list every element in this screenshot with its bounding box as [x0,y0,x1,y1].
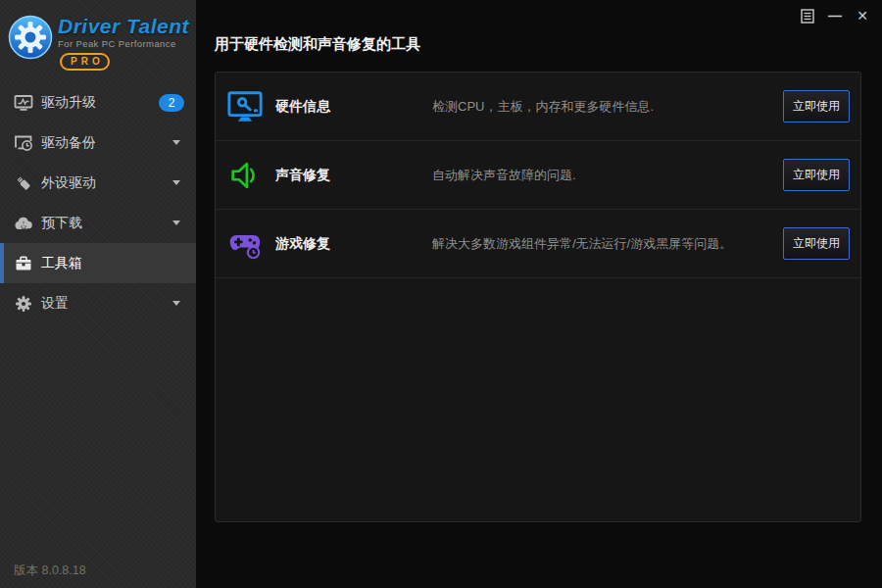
chevron-down-icon [172,140,180,145]
tool-name: 声音修复 [275,167,432,184]
tool-description: 解决大多数游戏组件异常/无法运行/游戏黑屏等问题。 [432,235,783,253]
monitor-clock-icon [14,133,33,153]
usb-drive-icon [14,173,33,193]
pro-badge: PRO [60,53,110,71]
hardware-info-icon [226,88,264,125]
sidebar-item-toolbox[interactable]: 工具箱 [0,243,196,283]
chevron-down-icon [172,220,180,225]
logo-text: Driver Talent For Peak PC Performance PR… [58,16,189,71]
sidebar-item-driver-update[interactable]: 驱动升级 2 [0,82,196,122]
toolbox-icon [14,254,33,273]
version-label: 版本 8.0.8.18 [14,563,86,579]
tool-row-game-repair: 游戏修复 解决大多数游戏组件异常/无法运行/游戏黑屏等问题。 立即使用 [216,210,860,278]
logo-subtitle: For Peak PC Performance [58,38,189,49]
window-controls: — ✕ [788,8,870,24]
minimize-button[interactable]: — [827,8,843,24]
sidebar-item-driver-backup[interactable]: 驱动备份 [0,122,196,163]
use-now-button-hardware-info[interactable]: 立即使用 [783,90,850,122]
gear-icon [14,294,33,314]
sidebar-item-label: 工具箱 [41,255,82,272]
sound-repair-icon [226,157,264,194]
use-now-button-game-repair[interactable]: 立即使用 [783,227,850,260]
chevron-down-icon [172,180,180,185]
sidebar-item-label: 驱动备份 [41,134,96,152]
game-repair-icon [226,225,264,263]
page-title: 用于硬件检测和声音修复的工具 [215,35,420,54]
tool-name: 硬件信息 [275,98,432,116]
sidebar-item-label: 外设驱动 [41,174,96,192]
tool-name: 游戏修复 [275,235,432,253]
use-now-button-sound-repair[interactable]: 立即使用 [783,159,850,191]
close-button[interactable]: ✕ [855,8,870,24]
sidebar: Driver Talent For Peak PC Performance PR… [0,0,196,588]
tool-row-hardware-info: 硬件信息 检测CPU，主板，内存和更多硬件信息. 立即使用 [216,73,860,141]
tool-description: 自动解决声音故障的问题. [432,167,783,184]
sidebar-menu: 驱动升级 2 驱动备份 [0,82,196,323]
chevron-down-icon [172,301,180,306]
sidebar-item-label: 驱动升级 [41,94,96,112]
sidebar-item-predownload[interactable]: 预下载 [0,203,196,243]
sidebar-item-settings[interactable]: 设置 [0,283,196,323]
monitor-pulse-icon [14,93,33,113]
tool-description: 检测CPU，主板，内存和更多硬件信息. [432,98,783,116]
menu-icon[interactable] [800,8,815,24]
tool-row-sound-repair: 声音修复 自动解决声音故障的问题. 立即使用 [216,141,860,210]
app-logo: Driver Talent For Peak PC Performance PR… [0,0,196,82]
sidebar-item-label: 设置 [41,295,69,313]
logo-title: Driver Talent [58,16,189,37]
sidebar-item-peripheral-drivers[interactable]: 外设驱动 [0,163,196,203]
update-count-badge: 2 [159,94,184,112]
logo-gear-icon [7,14,54,61]
toolbox-panel: 硬件信息 检测CPU，主板，内存和更多硬件信息. 立即使用 声音修复 自动解决声… [215,72,861,522]
cloud-download-icon [14,214,33,233]
sidebar-item-label: 预下载 [41,215,82,232]
main-area: — ✕ 用于硬件检测和声音修复的工具 硬件信息 检测CPU，主板，内存和更多硬件… [196,0,882,588]
